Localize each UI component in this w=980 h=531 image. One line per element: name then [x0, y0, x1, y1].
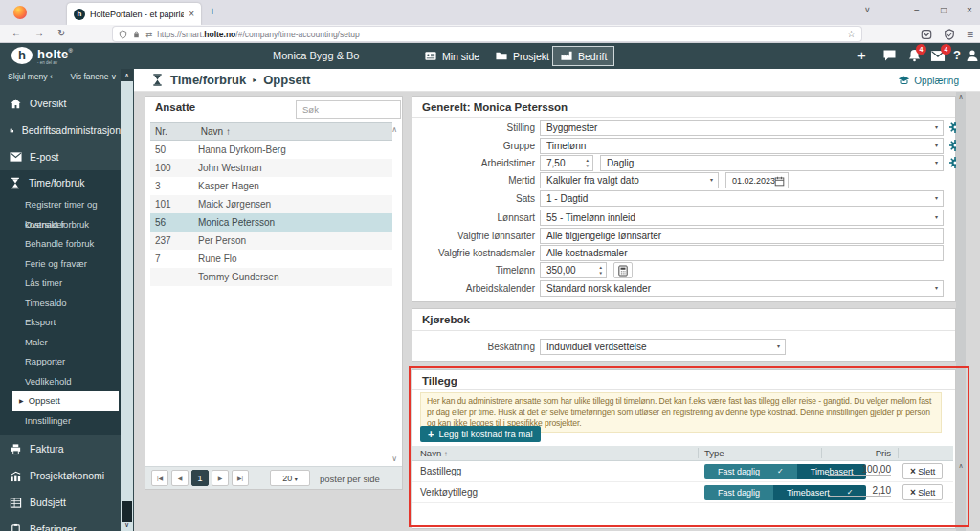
calculator-button[interactable]: [613, 262, 633, 278]
sidebar-item-time-forbruk[interactable]: Time/forbruk: [0, 170, 121, 195]
table-scroll-up-icon[interactable]: ∧: [956, 462, 966, 470]
nav-tab-min-side[interactable]: Min side: [417, 46, 486, 66]
sidebar-item-befaringer[interactable]: Befaringer: [0, 516, 121, 531]
table-scroll-down-icon[interactable]: ∨: [391, 454, 397, 463]
mertid-select[interactable]: Kalkuler fra valgt dato▾: [540, 172, 719, 188]
table-row[interactable]: 101Maick Jørgensen: [150, 195, 392, 213]
holte-logo[interactable]: h holte® - en del av: [11, 45, 73, 65]
nav-tab-prosjekt[interactable]: Prosjekt: [488, 46, 556, 66]
tab-list-chevron-icon[interactable]: ∨: [864, 5, 871, 14]
delete-button[interactable]: × Slett: [902, 484, 943, 500]
add-cost-button[interactable]: +Legg til kostnad fra mal: [420, 426, 541, 442]
new-tab-button[interactable]: +: [209, 4, 216, 18]
spin-down-icon[interactable]: ▼: [586, 164, 590, 168]
pager-first-button[interactable]: |◀: [151, 470, 168, 486]
breadcrumb-section[interactable]: Time/forbruk: [170, 73, 246, 87]
content-scroll-up-icon[interactable]: ∧: [956, 93, 966, 100]
table-row[interactable]: 50Hanna Dyrkorn-Berg: [150, 141, 392, 159]
bookmark-star-icon[interactable]: ☆: [847, 29, 856, 39]
spin-up-icon[interactable]: ▲: [599, 265, 603, 270]
help-icon[interactable]: ?: [953, 48, 961, 62]
table-row[interactable]: 3Kasper Hagen: [150, 177, 392, 195]
sidebar-item-prosjektokonomi[interactable]: Prosjektøkonomi: [0, 462, 121, 489]
delete-button[interactable]: × Slett: [902, 463, 943, 479]
valgfrie-lonnsarter-input[interactable]: Alle tilgjengelige lønnsarter: [540, 228, 944, 244]
submenu-innstillinger[interactable]: Innstillinger: [0, 411, 121, 431]
column-header-nr[interactable]: Nr.: [150, 123, 198, 141]
price-input[interactable]: 100,00: [828, 464, 891, 476]
nav-tab-bedrift[interactable]: Bedrift: [552, 46, 614, 66]
arbeidskalender-select[interactable]: Standard norsk kalender▾: [540, 280, 944, 297]
table-row[interactable]: 100John Westman: [150, 159, 392, 177]
table-row[interactable]: 7Rune Flo: [150, 250, 392, 268]
price-input[interactable]: 2,10: [828, 485, 891, 497]
arbeidstimer-period-select[interactable]: Daglig▾: [600, 155, 944, 171]
stepper-arrows-icon[interactable]: ▲▼: [586, 158, 590, 168]
pager-next-button[interactable]: ▶: [212, 470, 229, 486]
firefox-icon[interactable]: [13, 6, 27, 19]
maximize-button[interactable]: □: [941, 5, 947, 15]
lonnsart-select[interactable]: 55 - Timelønn innleid▾: [540, 210, 944, 226]
stilling-select[interactable]: Byggmester▾: [540, 120, 944, 136]
sidebar-item-bedriftsadministrasjon[interactable]: Bedriftsadministrasjon: [0, 117, 121, 144]
submenu-oppsett-selected[interactable]: ▶Oppsett: [12, 391, 119, 411]
table-scroll-up-icon[interactable]: ∧: [391, 125, 397, 134]
valgfrie-kostnadsmaler-input[interactable]: Alle kostnadsmaler: [540, 245, 944, 261]
column-header-navn[interactable]: Navn ↑: [420, 446, 448, 462]
sidebar-scroll-up[interactable]: ∧: [121, 69, 133, 81]
close-tab-icon[interactable]: ×: [189, 9, 194, 19]
hide-menu-button[interactable]: Skjul meny ‹: [8, 72, 53, 86]
sidebar-item-faktura[interactable]: Faktura: [0, 435, 121, 462]
pager-last-button[interactable]: ▶|: [232, 470, 249, 486]
pocket-icon[interactable]: [921, 29, 932, 40]
url-text[interactable]: https://smart.holte.no/#/company/time-ac…: [157, 30, 842, 39]
submenu-registrer-timer[interactable]: Registrer timer og kostnader: [0, 195, 121, 215]
reload-button[interactable]: ↻: [57, 28, 65, 38]
stepper-arrows-icon[interactable]: ▲▼: [599, 265, 603, 276]
sidebar-scrollbar[interactable]: [121, 81, 133, 531]
lock-icon[interactable]: [132, 30, 141, 39]
submenu-oversikt-forbruk[interactable]: Oversikt forbruk: [0, 215, 121, 235]
spin-up-icon[interactable]: ▲: [586, 158, 590, 163]
back-button[interactable]: ←: [11, 28, 21, 38]
submenu-eksport[interactable]: Eksport: [0, 313, 121, 333]
table-row[interactable]: Tommy Gundersen: [150, 268, 392, 286]
calendar-icon[interactable]: [774, 176, 785, 187]
submenu-las-timer[interactable]: Lås timer: [0, 274, 121, 294]
arbeidstimer-stepper[interactable]: 7,50▲▼: [540, 155, 593, 171]
extension-icon[interactable]: [944, 29, 955, 40]
column-header-pris[interactable]: Pris: [828, 446, 891, 461]
chat-icon[interactable]: [882, 49, 897, 62]
browser-tab[interactable]: h HoltePortalen - et papirløst bra ×: [67, 3, 201, 25]
beskatning-select[interactable]: Induviduell verdsettelse▾: [540, 339, 786, 355]
user-icon[interactable]: [966, 49, 979, 62]
submenu-rapporter[interactable]: Rapporter: [0, 352, 121, 372]
table-row-selected[interactable]: 56Monica Petersson: [150, 213, 392, 232]
sidebar-item-oversikt[interactable]: Oversikt: [0, 90, 121, 117]
pager-prev-button[interactable]: ◀: [171, 470, 189, 486]
pager-page-1[interactable]: 1: [191, 470, 209, 486]
sidebar-scroll-thumb[interactable]: [122, 501, 132, 522]
shield-icon[interactable]: [119, 30, 127, 39]
close-window-button[interactable]: ×: [967, 5, 972, 15]
training-link[interactable]: Opplæring: [898, 76, 959, 86]
table-row[interactable]: 237Per Person: [150, 232, 392, 250]
sidebar-item-budsjett[interactable]: Budsjett: [0, 489, 121, 516]
submenu-ferie-fravaer[interactable]: Ferie og fravær: [0, 254, 121, 275]
add-icon[interactable]: +: [858, 47, 866, 63]
submenu-maler[interactable]: Maler: [0, 333, 121, 353]
mertid-date-input[interactable]: 01.02.2023: [725, 172, 789, 188]
timelonn-stepper[interactable]: 350,00▲▼: [540, 262, 607, 278]
forward-button[interactable]: →: [34, 28, 44, 38]
address-bar[interactable]: ⇄ https://smart.holte.no/#/company/time-…: [113, 27, 861, 41]
spin-down-icon[interactable]: ▼: [599, 271, 603, 276]
gruppe-select[interactable]: Timelønn▾: [540, 138, 944, 154]
toggle-fast-daglig[interactable]: Fast daglig: [704, 485, 773, 500]
permissions-icon[interactable]: ⇄: [145, 30, 152, 39]
sidebar-item-epost[interactable]: E-post: [0, 144, 121, 170]
sidebar-scroll-down[interactable]: ∨: [121, 520, 133, 531]
page-size-select[interactable]: 20 ▾: [270, 470, 310, 486]
submenu-vedlikehold[interactable]: Vedlikehold: [0, 372, 121, 392]
menu-hamburger-icon[interactable]: ≡: [967, 28, 973, 41]
toggle-fast-daglig-selected[interactable]: Fast daglig✓: [704, 464, 797, 479]
